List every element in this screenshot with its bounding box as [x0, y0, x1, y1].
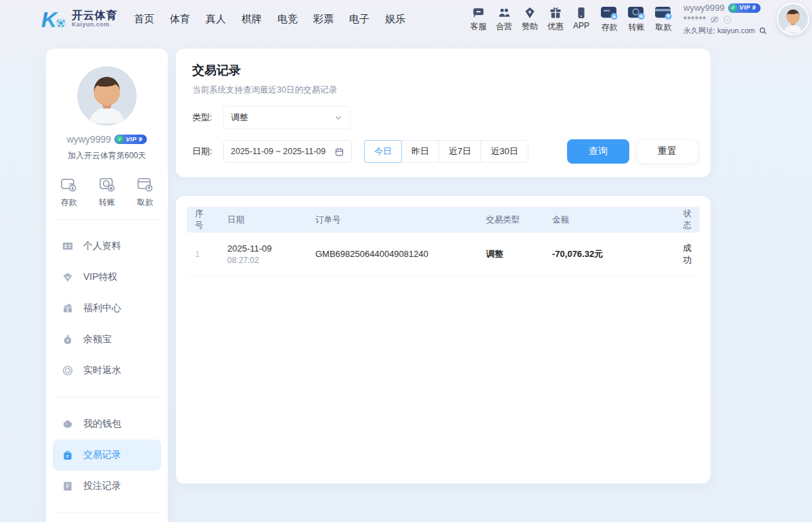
divider — [54, 513, 160, 513]
table-row[interactable]: 1 2025-11-09 08:27:02 GMB698250644004908… — [187, 233, 700, 276]
svg-text:K: K — [41, 7, 59, 31]
page-subtitle: 当前系统支持查询最近30日的交易记录 — [192, 85, 698, 96]
sidebar-item-label: 我的钱包 — [83, 418, 121, 430]
range-30days-button[interactable]: 近30日 — [480, 140, 528, 163]
type-label: 类型: — [192, 112, 223, 124]
sidebar-item-transactions[interactable]: 交易记录 — [53, 440, 161, 471]
sidebar-item-welfare[interactable]: 福利中心 — [46, 293, 168, 324]
brand-domain: Kaiyun.com — [72, 22, 118, 28]
deposit-button[interactable]: 存款 — [600, 5, 618, 33]
range-today-button[interactable]: 今日 — [364, 140, 402, 163]
sidebar-transfer-button[interactable]: 转账 — [98, 175, 116, 208]
join-days-text: 加入开云体育第600天 — [46, 150, 168, 162]
search-button[interactable]: 查询 — [567, 139, 629, 164]
sidebar-withdraw-button[interactable]: 取款 — [136, 175, 154, 208]
range-7days-button[interactable]: 近7日 — [438, 140, 481, 163]
header-money-actions: 存款 转账 取款 — [600, 5, 673, 33]
nav-casino[interactable]: 娱乐 — [385, 13, 405, 26]
transfer-button[interactable]: 转账 — [627, 5, 646, 33]
username: wywy9999 — [683, 3, 725, 14]
promotions-button[interactable]: 优惠 — [547, 6, 564, 32]
sidebar-item-rebate[interactable]: 实时返水 — [46, 355, 168, 386]
user-info-box: wywy9999 ✓ VIP 9 ****** 永久网址: kaiyun.com — [683, 3, 767, 36]
nav-cards[interactable]: 棋牌 — [242, 13, 262, 26]
col-order: 订单号 — [307, 214, 478, 226]
withdraw-button[interactable]: 取款 — [654, 5, 673, 33]
sidebar-item-label: 个人资料 — [83, 240, 121, 252]
sidebar-item-vip[interactable]: VIP特权 — [46, 262, 168, 293]
app-download-button[interactable]: APP — [573, 6, 589, 32]
sidebar-deposit-button[interactable]: 存款 — [60, 175, 78, 208]
welfare-gift-icon — [61, 302, 74, 314]
range-yesterday-button[interactable]: 昨日 — [401, 140, 439, 163]
sidebar-username: wywy9999 — [67, 134, 111, 145]
customer-service-button[interactable]: 客服 — [470, 6, 487, 32]
nav-home[interactable]: 首页 — [134, 13, 154, 26]
sidebar-item-label: 福利中心 — [83, 302, 121, 314]
nav-lottery[interactable]: 彩票 — [313, 13, 334, 26]
card-outline-icon — [136, 175, 154, 193]
divider — [54, 397, 160, 398]
quick-range-group: 今日 昨日 近7日 近30日 — [364, 140, 528, 163]
transaction-bag-icon — [61, 449, 74, 461]
date-range-input[interactable]: 2025-11-09 ~ 2025-11-09 — [223, 140, 352, 163]
top-header: K 开云体育 Kaiyun.com 首页 体育 真人 棋牌 电竞 彩票 电子 娱… — [0, 0, 812, 38]
type-select[interactable]: 调整 — [223, 106, 351, 129]
row-date: 2025-11-09 08:27:02 — [219, 243, 307, 265]
partner-button[interactable]: 合营 — [496, 6, 512, 32]
col-index: 序号 — [187, 208, 219, 231]
records-table-panel: 序号 日期 订单号 交易类型 金额 状态 1 2025-11-09 08:27:… — [176, 196, 710, 483]
brand-name: 开云体育 — [72, 10, 118, 22]
sidebar-vip-badge: ✓ VIP 9 — [114, 135, 147, 144]
date-filter-row: 日期: 2025-11-09 ~ 2025-11-09 今日 昨日 近7日 近3… — [192, 139, 698, 164]
transfer-card-icon — [627, 5, 646, 20]
id-card-icon — [61, 240, 74, 252]
vip-diamond-icon — [61, 271, 74, 283]
bet-record-icon — [61, 480, 74, 492]
sidebar-item-label: 余额宝 — [83, 333, 112, 346]
row-index: 1 — [187, 249, 219, 259]
sidebar-item-wallet[interactable]: 我的钱包 — [46, 408, 168, 440]
sidebar-item-bets[interactable]: 投注记录 — [46, 471, 168, 502]
people-icon — [497, 6, 511, 20]
quick-actions: 存款 转账 取款 — [46, 175, 168, 208]
sidebar-item-label: 实时返水 — [83, 364, 121, 377]
eye-off-icon[interactable] — [710, 15, 719, 24]
vip-check-icon: ✓ — [116, 135, 124, 143]
user-avatar[interactable] — [777, 3, 809, 35]
magnifier-icon[interactable] — [759, 26, 767, 35]
col-date: 日期 — [219, 214, 307, 226]
gift-icon — [549, 6, 562, 20]
sidebar-item-yuebao[interactable]: 余额宝 — [46, 324, 168, 355]
sidebar-item-profile[interactable]: 个人资料 — [46, 231, 168, 262]
wallet-outline-icon — [60, 175, 78, 193]
nav-esports[interactable]: 电竞 — [277, 13, 298, 26]
chevron-circle-icon[interactable] — [723, 15, 732, 24]
date-range-value: 2025-11-09 ~ 2025-11-09 — [231, 147, 325, 156]
vip-badge: ✓ VIP 9 — [728, 3, 761, 13]
filter-action-buttons: 查询 重置 — [567, 139, 698, 164]
deposit-card-icon — [600, 5, 618, 20]
kaiyun-logo-icon: K — [41, 7, 68, 31]
phone-icon — [574, 6, 588, 20]
withdraw-card-icon — [654, 5, 673, 20]
chat-bubble-icon — [472, 6, 485, 20]
col-type: 交易类型 — [478, 214, 544, 226]
sidebar-item-label: 交易记录 — [83, 449, 121, 461]
sponsor-button[interactable]: 赞助 — [522, 6, 538, 32]
diamond-icon — [523, 6, 537, 20]
calendar-icon[interactable] — [334, 147, 344, 157]
filter-panel: 交易记录 当前系统支持查询最近30日的交易记录 类型: 调整 日期: 2025-… — [176, 49, 710, 177]
rebate-circle-icon — [61, 364, 74, 377]
brand-logo[interactable]: K 开云体育 Kaiyun.com — [41, 7, 118, 31]
nav-live[interactable]: 真人 — [206, 13, 226, 26]
permanent-url: 永久网址: kaiyun.com — [683, 26, 755, 35]
page-title: 交易记录 — [192, 62, 698, 78]
nav-sports[interactable]: 体育 — [170, 13, 190, 26]
sidebar-item-label: 投注记录 — [83, 480, 121, 492]
sidebar-avatar[interactable] — [77, 66, 137, 126]
type-selected-value: 调整 — [231, 112, 248, 124]
reset-button[interactable]: 重置 — [636, 139, 698, 164]
vip-check-icon: ✓ — [729, 4, 738, 12]
nav-slots[interactable]: 电子 — [349, 13, 369, 26]
